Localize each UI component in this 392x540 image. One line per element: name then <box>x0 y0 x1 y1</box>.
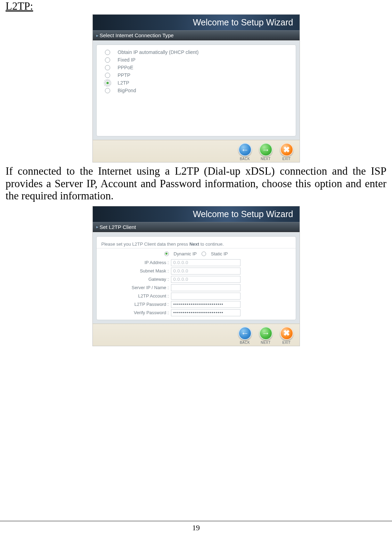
option-fixed-ip[interactable]: Fixed IP <box>97 56 296 64</box>
arrow-left-icon: ← <box>238 327 252 340</box>
field-ip-address: IP Address : <box>97 259 296 267</box>
next-button[interactable]: → NEXT <box>259 327 272 344</box>
hint-bold: Next <box>189 241 199 247</box>
radio-icon[interactable] <box>105 65 110 70</box>
options-panel: Obtain IP automatically (DHCP client) Fi… <box>96 45 296 136</box>
field-label: L2TP Account : <box>97 293 169 299</box>
radio-icon[interactable] <box>105 88 110 93</box>
option-label: L2TP <box>118 80 129 86</box>
radio-icon[interactable] <box>105 50 110 55</box>
option-bigpond[interactable]: BigPond <box>97 87 296 94</box>
wizard-title-bar: Welcome to Setup Wizard <box>93 15 300 30</box>
close-icon: ✖ <box>280 327 293 340</box>
ip-mode-row: Dynamic IP Static IP <box>97 251 296 256</box>
field-server-ip: Server IP / Name : <box>97 284 296 292</box>
back-button[interactable]: ← BACK <box>238 143 252 161</box>
back-label: BACK <box>240 341 250 344</box>
field-label: Server IP / Name : <box>97 285 169 290</box>
exit-button[interactable]: ✖ EXIT <box>280 143 293 161</box>
field-l2tp-password: L2TP Password : <box>97 300 296 309</box>
chevron-right-icon: ▸ <box>96 33 98 38</box>
wizard-section-label: Set L2TP Client <box>100 224 136 230</box>
next-label: NEXT <box>261 341 271 344</box>
exit-button[interactable]: ✖ EXIT <box>280 327 293 344</box>
close-icon: ✖ <box>280 143 293 156</box>
radio-icon[interactable] <box>202 252 206 256</box>
setup-wizard-screenshot-2: Welcome to Setup Wizard ▸ Set L2TP Clien… <box>93 206 300 346</box>
l2tp-account-input[interactable] <box>171 293 240 300</box>
option-label: Obtain IP automatically (DHCP client) <box>118 49 199 55</box>
arrow-left-icon: ← <box>238 143 252 156</box>
field-label: Gateway : <box>97 277 169 282</box>
subnet-mask-input[interactable] <box>171 268 240 275</box>
next-button[interactable]: → NEXT <box>259 143 272 161</box>
form-panel: Please set you L2TP Client data then pre… <box>96 236 296 320</box>
back-button[interactable]: ← BACK <box>238 327 252 344</box>
page-number: 19 <box>0 521 392 532</box>
hint-text: Please set you L2TP Client data then pre… <box>97 240 296 248</box>
radio-icon[interactable] <box>105 73 110 78</box>
option-pppoe[interactable]: PPPoE <box>97 64 296 71</box>
radio-icon[interactable] <box>105 57 110 63</box>
next-label: NEXT <box>261 157 271 161</box>
wizard-section-bar: ▸ Set L2TP Client <box>93 222 300 232</box>
section-heading: L2TP: <box>6 0 386 13</box>
wizard-title-bar: Welcome to Setup Wizard <box>93 206 300 222</box>
back-label: BACK <box>240 157 250 161</box>
option-pptp[interactable]: PPTP <box>97 71 296 79</box>
field-label: Verify Password : <box>97 310 169 315</box>
wizard-title: Welcome to Setup Wizard <box>193 209 293 219</box>
radio-icon[interactable] <box>105 80 110 86</box>
gateway-input[interactable] <box>171 276 240 283</box>
arrow-right-icon: → <box>259 143 272 156</box>
hint-pre: Please set you L2TP Client data then pre… <box>101 241 189 247</box>
radio-icon[interactable] <box>164 252 169 256</box>
l2tp-password-input[interactable] <box>171 301 240 308</box>
field-label: L2TP Password : <box>97 302 169 307</box>
field-l2tp-account: L2TP Account : <box>97 292 296 300</box>
wizard-section-label: Select Internet Connection Type <box>100 32 174 38</box>
ip-address-input[interactable] <box>171 259 240 266</box>
field-label: IP Address : <box>97 260 169 265</box>
wizard-footer: ← BACK → NEXT ✖ EXIT <box>93 324 300 346</box>
exit-label: EXIT <box>282 341 291 344</box>
option-label: PPTP <box>118 72 131 78</box>
static-ip-label[interactable]: Static IP <box>211 251 228 256</box>
server-ip-input[interactable] <box>171 284 240 291</box>
field-verify-password: Verify Password : <box>97 309 296 317</box>
option-label: PPPoE <box>118 65 133 70</box>
field-gateway: Gateway : <box>97 275 296 284</box>
option-l2tp[interactable]: L2TP <box>97 79 296 87</box>
body-paragraph: If connected to the Internet using a L2T… <box>6 165 386 202</box>
exit-label: EXIT <box>282 157 291 161</box>
option-dhcp[interactable]: Obtain IP automatically (DHCP client) <box>97 48 296 56</box>
wizard-footer: ← BACK → NEXT ✖ EXIT <box>93 140 300 162</box>
chevron-right-icon: ▸ <box>96 224 98 229</box>
hint-post: to continue. <box>199 241 224 247</box>
setup-wizard-screenshot-1: Welcome to Setup Wizard ▸ Select Interne… <box>93 15 300 162</box>
option-label: Fixed IP <box>118 57 136 63</box>
wizard-section-bar: ▸ Select Internet Connection Type <box>93 30 300 40</box>
option-label: BigPond <box>118 88 136 93</box>
field-subnet-mask: Subnet Mask : <box>97 267 296 275</box>
wizard-title: Welcome to Setup Wizard <box>193 17 293 27</box>
arrow-right-icon: → <box>259 327 272 340</box>
verify-password-input[interactable] <box>171 309 240 316</box>
field-label: Subnet Mask : <box>97 268 169 273</box>
dynamic-ip-label[interactable]: Dynamic IP <box>174 251 197 256</box>
